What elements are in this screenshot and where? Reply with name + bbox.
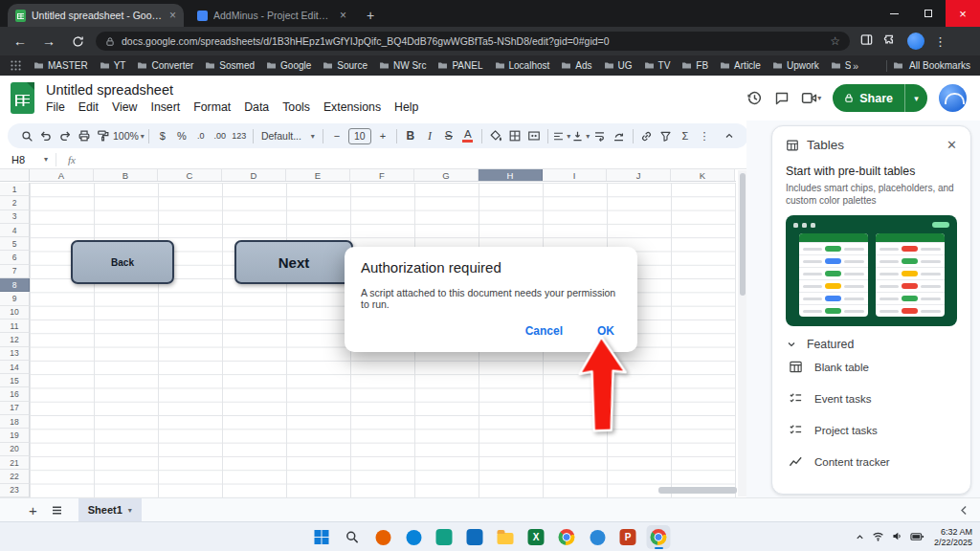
- url-bar[interactable]: docs.google.com/spreadsheets/d/1B3hHEpz1…: [96, 32, 850, 51]
- row-header-5[interactable]: 5: [0, 237, 30, 251]
- italic-icon[interactable]: I: [420, 126, 439, 145]
- bookmark-source[interactable]: Source: [317, 58, 373, 73]
- bookmark-panel[interactable]: PANEL: [432, 58, 488, 73]
- bookmark-localhost[interactable]: Localhost: [489, 58, 556, 73]
- row-header-19[interactable]: 19: [0, 429, 30, 442]
- row-header-15[interactable]: 15: [0, 374, 30, 387]
- powerpoint-icon[interactable]: P: [616, 525, 640, 549]
- vertical-scrollbar[interactable]: [738, 170, 746, 496]
- horizontal-align-icon[interactable]: ▾: [552, 126, 571, 145]
- tab-close-icon[interactable]: ×: [169, 10, 176, 21]
- wifi-icon[interactable]: [872, 529, 884, 546]
- vertical-align-icon[interactable]: ▾: [571, 126, 590, 145]
- cancel-button[interactable]: Cancel: [522, 321, 567, 341]
- firefox-icon[interactable]: [371, 525, 395, 549]
- close-button[interactable]: ×: [946, 0, 980, 27]
- new-tab-button[interactable]: +: [360, 5, 381, 26]
- browser-menu-icon[interactable]: ⋮: [934, 34, 947, 49]
- sheet-tab-sheet1[interactable]: Sheet1 ▾: [78, 498, 142, 521]
- battery-icon[interactable]: [910, 529, 924, 546]
- browser-tab-active[interactable]: Untitled spreadsheet - Google ×: [8, 4, 184, 27]
- back-icon[interactable]: ←: [10, 31, 31, 52]
- tables-item-event-tasks[interactable]: Event tasks: [786, 383, 957, 414]
- back-drawing-button[interactable]: Back: [71, 240, 174, 284]
- bookmark-ug[interactable]: UG: [598, 58, 638, 73]
- row-header-21[interactable]: 21: [0, 456, 30, 470]
- sheets-logo-icon[interactable]: [11, 82, 34, 114]
- bookmark-star-icon[interactable]: ☆: [830, 34, 840, 48]
- more-formats-icon[interactable]: 123: [230, 126, 249, 145]
- bookmark-semrush[interactable]: Semrush: [825, 58, 851, 73]
- row-header-3[interactable]: 3: [0, 210, 30, 224]
- borders-icon[interactable]: [505, 126, 524, 145]
- maximize-button[interactable]: [911, 0, 946, 27]
- meet-icon[interactable]: ▾: [801, 91, 821, 105]
- name-box-dropdown-icon[interactable]: ▾: [44, 155, 48, 164]
- text-rotate-icon[interactable]: [610, 126, 629, 145]
- menu-help[interactable]: Help: [388, 99, 425, 115]
- bookmark-article[interactable]: Article: [714, 58, 767, 73]
- share-dropdown-icon[interactable]: ▾: [904, 84, 927, 112]
- bookmark-yt[interactable]: YT: [94, 58, 132, 73]
- name-box[interactable]: H8 ▾: [0, 154, 56, 165]
- menu-tools[interactable]: Tools: [276, 99, 317, 115]
- next-drawing-button[interactable]: Next: [234, 240, 353, 284]
- column-header-d[interactable]: D: [222, 169, 286, 181]
- bookmark-nw-src[interactable]: NW Src: [373, 58, 432, 73]
- font-size-input[interactable]: 10: [348, 128, 371, 144]
- bookmark-sosmed[interactable]: Sosmed: [199, 58, 260, 73]
- select-all-corner[interactable]: [0, 169, 30, 182]
- column-header-f[interactable]: F: [350, 169, 414, 181]
- zoom-select[interactable]: 100%▾: [113, 126, 145, 145]
- volume-icon[interactable]: [891, 529, 903, 546]
- bookmark-upwork[interactable]: Upwork: [767, 58, 825, 73]
- bookmark-tv[interactable]: TV: [638, 58, 677, 73]
- chrome-active-icon[interactable]: [647, 525, 671, 549]
- file-explorer-icon[interactable]: [494, 525, 518, 549]
- column-header-c[interactable]: C: [158, 169, 222, 181]
- hide-side-panel-icon[interactable]: [958, 504, 970, 517]
- filter-icon[interactable]: [657, 126, 676, 145]
- tab-close-icon[interactable]: ×: [340, 10, 346, 21]
- extensions-puzzle-icon[interactable]: [883, 33, 898, 51]
- row-header-17[interactable]: 17: [0, 402, 30, 415]
- profile-avatar[interactable]: [907, 33, 924, 50]
- menu-extensions[interactable]: Extensions: [317, 99, 388, 115]
- column-header-k[interactable]: K: [671, 169, 735, 181]
- forward-icon[interactable]: →: [38, 31, 59, 52]
- strikethrough-icon[interactable]: S: [439, 126, 458, 145]
- search-icon[interactable]: [17, 126, 36, 145]
- menu-view[interactable]: View: [105, 99, 144, 115]
- bookmark-master[interactable]: MASTER: [28, 58, 94, 73]
- tray-chevron-up-icon[interactable]: [855, 529, 865, 546]
- tables-item-project-tasks[interactable]: Project tasks: [786, 414, 957, 446]
- column-header-h[interactable]: H: [479, 169, 543, 181]
- paint-format-icon[interactable]: [94, 126, 113, 145]
- row-header-11[interactable]: 11: [0, 320, 30, 333]
- text-color-icon[interactable]: A: [458, 126, 478, 145]
- column-header-b[interactable]: B: [94, 169, 158, 181]
- format-percent-icon[interactable]: %: [172, 126, 191, 145]
- row-header-16[interactable]: 16: [0, 387, 30, 401]
- bookmark-google[interactable]: Google: [260, 58, 317, 73]
- toolbar-more-icon[interactable]: ⋮: [695, 126, 714, 145]
- menu-insert[interactable]: Insert: [144, 99, 187, 115]
- bookmark-fb[interactable]: FB: [676, 58, 714, 73]
- search-icon[interactable]: [341, 525, 365, 549]
- row-header-12[interactable]: 12: [0, 333, 30, 346]
- row-header-1[interactable]: 1: [0, 183, 30, 196]
- tables-item-content-tracker[interactable]: Content tracker: [786, 446, 957, 477]
- edge-icon[interactable]: [402, 525, 426, 549]
- column-header-i[interactable]: I: [543, 169, 607, 181]
- font-select[interactable]: Default...▾: [257, 126, 319, 145]
- menu-file[interactable]: File: [39, 99, 72, 115]
- row-header-8[interactable]: 8: [0, 278, 30, 292]
- menu-edit[interactable]: Edit: [72, 99, 105, 115]
- insert-link-icon[interactable]: [637, 126, 657, 145]
- menu-data[interactable]: Data: [237, 99, 276, 115]
- row-header-20[interactable]: 20: [0, 443, 30, 456]
- row-header-6[interactable]: 6: [0, 251, 30, 264]
- row-header-18[interactable]: 18: [0, 415, 30, 429]
- add-sheet-icon[interactable]: +: [29, 502, 37, 518]
- functions-icon[interactable]: Σ: [676, 126, 695, 145]
